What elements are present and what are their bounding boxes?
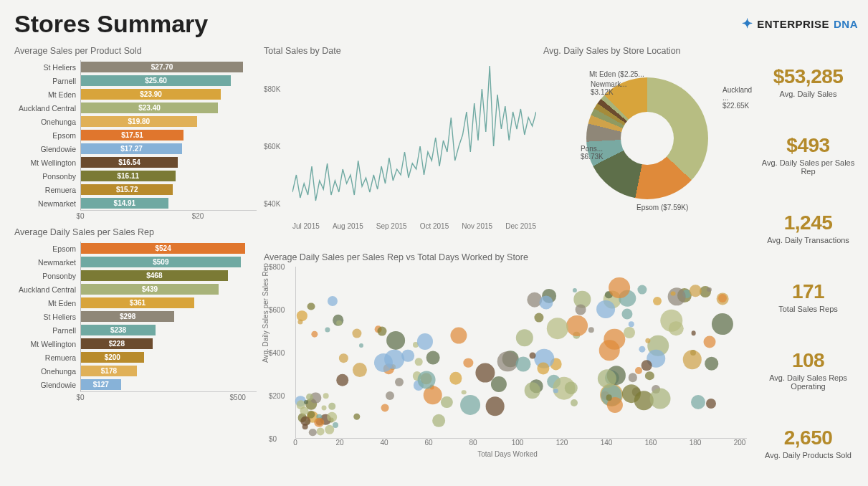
scatter-point[interactable] xyxy=(566,315,588,337)
kpi-card[interactable]: 1,245Avg. Daily Transactions xyxy=(758,211,858,244)
scatter-point[interactable] xyxy=(624,327,635,338)
scatter-point[interactable] xyxy=(359,343,363,348)
kpi-card[interactable]: $53,285Avg. Daily Sales xyxy=(758,65,858,98)
scatter-point[interactable] xyxy=(327,412,337,422)
scatter-point[interactable] xyxy=(426,351,440,365)
scatter-point[interactable] xyxy=(377,326,386,335)
scatter-point[interactable] xyxy=(540,296,553,310)
scatter-point[interactable] xyxy=(516,357,531,372)
scatter-point[interactable] xyxy=(524,383,540,399)
bar-row[interactable]: Epsom$17.51 xyxy=(14,128,257,142)
scatter-point[interactable] xyxy=(642,361,652,371)
scatter-point[interactable] xyxy=(321,406,326,411)
scatter-point[interactable] xyxy=(302,424,308,430)
scatter-point[interactable] xyxy=(712,313,733,335)
scatter-point[interactable] xyxy=(415,358,423,366)
bar-row[interactable]: Auckland Central$23.40 xyxy=(14,101,257,115)
scatter-point[interactable] xyxy=(705,356,719,371)
scatter-point[interactable] xyxy=(325,327,330,332)
scatter-point[interactable] xyxy=(306,394,313,401)
bar-row[interactable]: Mt Wellington$228 xyxy=(14,337,257,351)
scatter-point[interactable] xyxy=(718,294,727,302)
chart-avg-sales-per-product[interactable]: Average Sales per Product Sold St Helier… xyxy=(14,44,257,220)
scatter-point[interactable] xyxy=(311,331,318,338)
scatter-point[interactable] xyxy=(432,414,445,427)
scatter-point[interactable] xyxy=(671,291,676,296)
scatter-point[interactable] xyxy=(635,367,642,374)
bar-row[interactable]: Newmarket$509 xyxy=(14,255,257,269)
bar-row[interactable]: St Heliers$298 xyxy=(14,310,257,323)
scatter-point[interactable] xyxy=(307,302,315,310)
scatter-point[interactable] xyxy=(599,340,620,361)
scatter-point[interactable] xyxy=(515,329,533,346)
bar-row[interactable]: Parnell$25.60 xyxy=(14,74,257,87)
scatter-point[interactable] xyxy=(668,287,686,305)
bar-row[interactable]: Newmarket$14.91 xyxy=(14,196,257,210)
scatter-point[interactable] xyxy=(576,305,586,315)
scatter-point[interactable] xyxy=(639,346,645,353)
scatter-point[interactable] xyxy=(304,400,308,404)
scatter-point[interactable] xyxy=(706,399,716,409)
scatter-point[interactable] xyxy=(564,381,577,394)
kpi-card[interactable]: 2,650Avg. Daily Products Sold xyxy=(758,427,858,459)
kpi-card[interactable]: 171Total Sales Reps xyxy=(758,280,858,313)
scatter-point[interactable] xyxy=(441,396,452,408)
bar-row[interactable]: Epsom$524 xyxy=(14,242,257,255)
scatter-point[interactable] xyxy=(449,372,462,384)
scatter-point[interactable] xyxy=(386,331,405,350)
bar-row[interactable]: Onehunga$178 xyxy=(14,364,257,378)
chart-total-sales-by-date[interactable]: Total Sales by Date $40K$60K$80K Jul 201… xyxy=(264,44,536,245)
scatter-point[interactable] xyxy=(328,403,335,410)
scatter-point[interactable] xyxy=(690,285,701,297)
scatter-point[interactable] xyxy=(374,353,393,372)
bar-row[interactable]: Mt Wellington$16.54 xyxy=(14,156,257,169)
scatter-point[interactable] xyxy=(596,300,615,318)
scatter-point[interactable] xyxy=(609,277,630,299)
scatter-point[interactable] xyxy=(460,395,480,415)
scatter-point[interactable] xyxy=(629,373,637,381)
bar-row[interactable]: Glendowie$127 xyxy=(14,378,257,391)
scatter-point[interactable] xyxy=(352,328,361,338)
scatter-point[interactable] xyxy=(572,288,576,292)
bar-row[interactable]: Ponsonby$16.11 xyxy=(14,169,257,183)
bar-row[interactable]: Parnell$238 xyxy=(14,323,257,337)
scatter-point[interactable] xyxy=(353,413,360,419)
scatter-point[interactable] xyxy=(571,399,578,406)
scatter-point[interactable] xyxy=(462,390,467,395)
bar-row[interactable]: Auckland Central$439 xyxy=(14,282,257,296)
scatter-point[interactable] xyxy=(691,331,696,336)
scatter-point[interactable] xyxy=(691,395,705,409)
scatter-point[interactable] xyxy=(328,296,338,306)
scatter-point[interactable] xyxy=(547,318,568,339)
scatter-point[interactable] xyxy=(534,313,543,323)
scatter-point[interactable] xyxy=(323,393,329,399)
chart-avg-daily-sales-per-rep[interactable]: Average Daily Sales per Sales Rep Epsom$… xyxy=(14,226,257,401)
scatter-point[interactable] xyxy=(464,358,473,368)
scatter-point[interactable] xyxy=(653,297,662,305)
scatter-point[interactable] xyxy=(682,351,701,369)
bar-row[interactable]: Remuera$200 xyxy=(14,351,257,364)
bar-row[interactable]: Onehunga$19.80 xyxy=(14,115,257,128)
scatter-point[interactable] xyxy=(621,308,632,319)
scatter-point[interactable] xyxy=(353,363,367,377)
bar-row[interactable]: Mt Eden$361 xyxy=(14,296,257,310)
scatter-point[interactable] xyxy=(703,336,715,348)
scatter-point[interactable] xyxy=(491,376,507,392)
bar-row[interactable]: St Heliers$27.70 xyxy=(14,60,257,74)
kpi-card[interactable]: $493Avg. Daily Sales per Sales Rep xyxy=(758,134,858,176)
scatter-point[interactable] xyxy=(315,417,325,427)
scatter-point[interactable] xyxy=(628,321,634,327)
scatter-point[interactable] xyxy=(309,429,316,436)
scatter-point[interactable] xyxy=(298,320,303,325)
scatter-point[interactable] xyxy=(336,320,342,325)
scatter-point[interactable] xyxy=(497,351,518,372)
chart-daily-sales-by-location[interactable]: Avg. Daily Sales by Store Location Mt Ed… xyxy=(543,44,751,245)
scatter-point[interactable] xyxy=(386,391,394,400)
bar-row[interactable]: Remuera$15.72 xyxy=(14,183,257,196)
scatter-point[interactable] xyxy=(638,285,647,294)
scatter-point[interactable] xyxy=(333,422,338,428)
scatter-point[interactable] xyxy=(451,328,467,344)
scatter-point[interactable] xyxy=(606,394,612,401)
scatter-point[interactable] xyxy=(336,374,349,387)
bar-row[interactable]: Mt Eden$23.90 xyxy=(14,87,257,101)
